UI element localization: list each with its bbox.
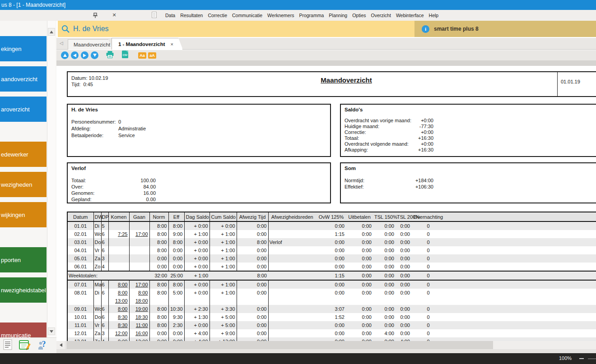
saldos-box-row: Overdracht volgende maand: +0:00 [341, 141, 596, 147]
cell-gaan[interactable]: 18:30 [129, 313, 149, 321]
cell-datum: 06.01 [67, 263, 93, 271]
sidebar-item[interactable]: edewerker [0, 142, 47, 167]
cell-komen[interactable]: 8:00 [108, 280, 129, 289]
cell-reden [268, 313, 317, 321]
sidebar-scrollbar[interactable] [47, 21, 56, 337]
menu-item[interactable]: Werknemers [267, 13, 294, 18]
cell-uitb: 0:00 [346, 254, 373, 263]
cell-komen[interactable]: 8:30 [108, 313, 129, 321]
cell-gaan[interactable]: 17:00 [129, 230, 149, 238]
cell-uitb: 0:00 [346, 238, 373, 246]
field-label: Afdeling: [71, 126, 91, 131]
tab-maandoverzicht[interactable]: Maandoverzicht [68, 39, 113, 50]
tab-scroll-left-icon[interactable]: ◁ [60, 41, 63, 46]
cell-komen[interactable]: 12:00 [108, 329, 129, 337]
menu-item[interactable]: Communicatie [232, 13, 262, 18]
cell-gaan[interactable]: 19:00 [129, 305, 149, 313]
cell-overn [411, 297, 445, 305]
scroll-left-arrow-icon[interactable] [56, 341, 65, 349]
cell-gaan[interactable]: 18:00 [129, 297, 149, 305]
cell-komen[interactable]: 13:00 [108, 297, 129, 305]
nav-down-button[interactable] [91, 51, 98, 59]
tab-close-icon[interactable]: × [171, 41, 173, 47]
printed-date-label: Datum: [71, 75, 87, 81]
cell-komen[interactable]: 8:00 [108, 305, 129, 313]
sidebar-item-label: nwezigheidstabel [1, 287, 46, 294]
som-box-title: Som [341, 163, 596, 171]
status-bar: 100% [0, 353, 596, 364]
cell-dag: + 0:00 [184, 254, 210, 263]
cell-dag: + 0:00 [184, 263, 210, 271]
cell-eff [168, 297, 184, 305]
table-row: 09.01Wo68:0019:008:0010:30+ 2:30+ 3:300:… [67, 305, 596, 313]
cell-dp: 6 [101, 280, 108, 289]
sidebar-item[interactable]: aandoverzicht [0, 66, 47, 92]
horizontal-scrollbar[interactable] [56, 341, 596, 349]
menu-item[interactable]: Opties [352, 13, 366, 18]
field-label: Gepland: [71, 197, 92, 202]
nav-up-button[interactable] [61, 51, 69, 59]
cell-norm: 0:00 [149, 254, 168, 263]
calendar-edit-icon[interactable] [19, 339, 31, 352]
print-button[interactable] [106, 51, 114, 60]
menu-item[interactable]: Data [165, 13, 175, 18]
sidebar-item[interactable]: nwezigheidstabel [0, 277, 47, 303]
cell-reden [268, 221, 317, 230]
table-row: 12.01Za312:0016:000:000:00+ 4:00+ 9:000:… [67, 329, 596, 337]
scroll-up-arrow-icon[interactable] [48, 28, 55, 36]
zoom-out-button[interactable] [579, 358, 584, 359]
cell-reden [268, 337, 317, 341]
pin-icon[interactable] [93, 12, 99, 18]
menu-item[interactable]: Help [429, 13, 439, 18]
cell-dp: 3 [101, 329, 108, 337]
sidebar-item-label: pporten [1, 257, 21, 263]
cell-reden [268, 271, 317, 280]
field-label: Correctie: [345, 129, 366, 135]
sidebar-item[interactable]: ekingen [0, 36, 47, 61]
cell-norm: 8:00 [149, 246, 168, 254]
report-margin [56, 60, 596, 66]
menu-item[interactable]: Planning [329, 13, 347, 18]
horizontal-scroll-thumb[interactable] [66, 341, 493, 349]
cell-komen[interactable]: 8:30 [108, 321, 129, 329]
sidebar-item[interactable]: aroverzicht [0, 97, 47, 122]
employee-search-bar[interactable]: H. de Vries [58, 21, 414, 37]
menu-item[interactable]: Overzicht [371, 13, 391, 18]
help-icon[interactable]: ? [37, 339, 47, 352]
nav-left-button[interactable] [71, 51, 79, 59]
sidebar-item[interactable]: wijkingen [0, 202, 47, 227]
cell-afwezig: 0:00 [237, 313, 268, 321]
font-increase-button[interactable]: Aa [138, 52, 146, 59]
close-icon[interactable]: ✕ [111, 11, 117, 18]
zoom-slider[interactable] [588, 359, 596, 359]
cell-dp: 6 [101, 289, 108, 297]
column-header-tsl150: TSL 150% [373, 212, 396, 221]
cell-gaan[interactable]: 16:00 [129, 329, 149, 337]
nav-right-button[interactable] [81, 51, 88, 59]
sidebar-item[interactable]: pporten [0, 247, 47, 272]
report-list-icon[interactable] [3, 339, 13, 352]
cell-gaan[interactable]: 8:00 [129, 289, 149, 297]
column-header-gaan: Gaan [129, 212, 149, 221]
cell-dw: Za [93, 329, 101, 337]
info-icon[interactable]: i [422, 25, 429, 33]
menu-item[interactable]: Webinterface [396, 13, 424, 18]
cell-komen[interactable]: 8:00 [108, 289, 129, 297]
cell-overn: 0 [411, 221, 445, 230]
verlof-box: Verlof Totaal: 100.00 Over: 84.00 Genome… [67, 162, 331, 203]
menu-item[interactable]: Resultaten [180, 13, 203, 18]
cell-komen[interactable]: 7:25 [108, 230, 129, 238]
scroll-down-arrow-icon[interactable] [48, 327, 55, 335]
column-header-ovw: OvW 125% [317, 212, 346, 221]
tab-1-maandoverzicht-active[interactable]: 1 - Maandoverzicht × [112, 38, 183, 50]
menu-item[interactable]: Correctie [208, 13, 227, 18]
sidebar-item[interactable]: wezigheden [0, 172, 47, 197]
cell-gaan[interactable]: 11:00 [129, 321, 149, 329]
cell-overn: 0 [411, 263, 445, 271]
cell-komen [108, 263, 129, 271]
menu-item[interactable]: Programma [299, 13, 324, 18]
font-decrease-button[interactable]: aA [148, 52, 156, 59]
csv-export-button[interactable]: CSV [122, 51, 128, 60]
cell-norm: 8:00 [149, 321, 168, 329]
cell-gaan[interactable]: 17:00 [129, 280, 149, 289]
